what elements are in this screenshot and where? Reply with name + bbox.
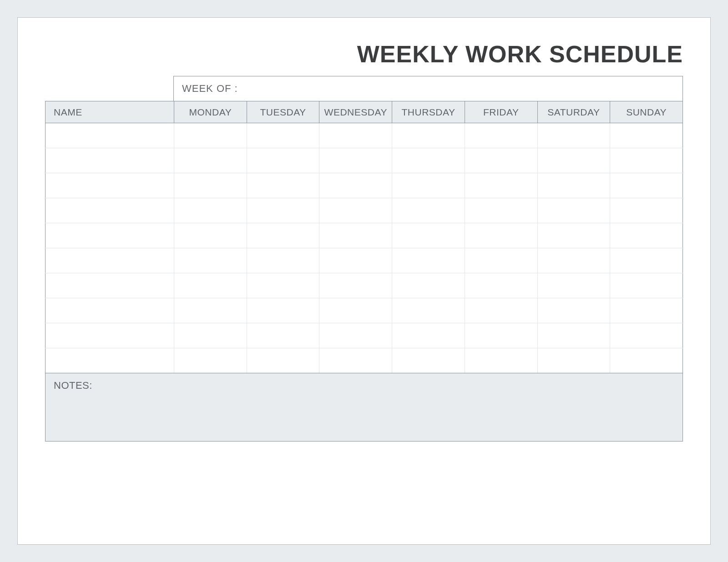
- schedule-cell[interactable]: [537, 173, 610, 198]
- schedule-cell[interactable]: [465, 123, 537, 148]
- schedule-cell[interactable]: [392, 198, 465, 223]
- schedule-cell[interactable]: [537, 273, 610, 298]
- schedule-cell[interactable]: [610, 323, 683, 348]
- schedule-cell[interactable]: [610, 148, 683, 173]
- schedule-cell[interactable]: [465, 223, 537, 248]
- notes-field[interactable]: NOTES:: [45, 373, 683, 442]
- schedule-cell[interactable]: [392, 273, 465, 298]
- schedule-cell[interactable]: [46, 248, 174, 273]
- schedule-table: NAME MONDAY TUESDAY WEDNESDAY THURSDAY F…: [45, 101, 683, 373]
- schedule-cell[interactable]: [537, 248, 610, 273]
- col-header-thursday: THURSDAY: [392, 101, 465, 123]
- schedule-cell[interactable]: [465, 173, 537, 198]
- schedule-cell[interactable]: [392, 323, 465, 348]
- schedule-cell[interactable]: [392, 298, 465, 323]
- schedule-cell[interactable]: [465, 248, 537, 273]
- schedule-cell[interactable]: [174, 348, 247, 373]
- schedule-cell[interactable]: [537, 298, 610, 323]
- schedule-cell[interactable]: [392, 173, 465, 198]
- schedule-cell[interactable]: [174, 173, 247, 198]
- schedule-cell[interactable]: [319, 248, 392, 273]
- schedule-cell[interactable]: [319, 148, 392, 173]
- schedule-cell[interactable]: [319, 198, 392, 223]
- schedule-cell[interactable]: [319, 223, 392, 248]
- col-header-wednesday: WEDNESDAY: [319, 101, 392, 123]
- schedule-cell[interactable]: [465, 198, 537, 223]
- schedule-cell[interactable]: [392, 248, 465, 273]
- schedule-cell[interactable]: [392, 348, 465, 373]
- schedule-cell[interactable]: [610, 248, 683, 273]
- schedule-cell[interactable]: [247, 273, 319, 298]
- schedule-cell[interactable]: [247, 123, 319, 148]
- schedule-cell[interactable]: [174, 198, 247, 223]
- header-row: NAME MONDAY TUESDAY WEDNESDAY THURSDAY F…: [46, 101, 683, 123]
- schedule-cell[interactable]: [46, 198, 174, 223]
- col-header-monday: MONDAY: [174, 101, 247, 123]
- schedule-cell[interactable]: [537, 323, 610, 348]
- table-row: [46, 148, 683, 173]
- col-header-friday: FRIDAY: [465, 101, 537, 123]
- schedule-cell[interactable]: [319, 348, 392, 373]
- week-of-label: WEEK OF :: [182, 83, 238, 94]
- schedule-cell[interactable]: [174, 298, 247, 323]
- table-row: [46, 173, 683, 198]
- schedule-cell[interactable]: [247, 148, 319, 173]
- schedule-cell[interactable]: [319, 173, 392, 198]
- schedule-cell[interactable]: [174, 323, 247, 348]
- schedule-cell[interactable]: [610, 273, 683, 298]
- schedule-cell[interactable]: [247, 298, 319, 323]
- schedule-cell[interactable]: [46, 323, 174, 348]
- table-row: [46, 123, 683, 148]
- schedule-cell[interactable]: [392, 148, 465, 173]
- col-header-tuesday: TUESDAY: [247, 101, 319, 123]
- schedule-cell[interactable]: [46, 148, 174, 173]
- schedule-cell[interactable]: [392, 123, 465, 148]
- week-of-field[interactable]: WEEK OF :: [173, 76, 683, 101]
- schedule-cell[interactable]: [247, 348, 319, 373]
- schedule-cell[interactable]: [46, 273, 174, 298]
- schedule-cell[interactable]: [610, 123, 683, 148]
- schedule-cell[interactable]: [465, 273, 537, 298]
- schedule-cell[interactable]: [537, 198, 610, 223]
- schedule-cell[interactable]: [392, 223, 465, 248]
- schedule-cell[interactable]: [465, 323, 537, 348]
- schedule-cell[interactable]: [46, 298, 174, 323]
- table-row: [46, 198, 683, 223]
- schedule-cell[interactable]: [247, 248, 319, 273]
- schedule-cell[interactable]: [174, 123, 247, 148]
- table-row: [46, 223, 683, 248]
- schedule-cell[interactable]: [537, 223, 610, 248]
- schedule-page: WEEKLY WORK SCHEDULE WEEK OF : NAME MOND…: [17, 17, 711, 545]
- schedule-cell[interactable]: [610, 348, 683, 373]
- table-row: [46, 273, 683, 298]
- schedule-cell[interactable]: [537, 348, 610, 373]
- schedule-cell[interactable]: [247, 223, 319, 248]
- schedule-cell[interactable]: [247, 323, 319, 348]
- schedule-cell[interactable]: [610, 223, 683, 248]
- schedule-cell[interactable]: [174, 248, 247, 273]
- schedule-cell[interactable]: [319, 323, 392, 348]
- col-header-name: NAME: [46, 101, 174, 123]
- schedule-cell[interactable]: [319, 273, 392, 298]
- schedule-cell[interactable]: [46, 223, 174, 248]
- schedule-cell[interactable]: [537, 123, 610, 148]
- schedule-cell[interactable]: [465, 298, 537, 323]
- schedule-cell[interactable]: [174, 273, 247, 298]
- table-row: [46, 323, 683, 348]
- schedule-cell[interactable]: [465, 148, 537, 173]
- schedule-cell[interactable]: [610, 173, 683, 198]
- schedule-cell[interactable]: [610, 198, 683, 223]
- schedule-cell[interactable]: [465, 348, 537, 373]
- schedule-cell[interactable]: [46, 123, 174, 148]
- schedule-cell[interactable]: [610, 298, 683, 323]
- notes-label: NOTES:: [54, 380, 92, 391]
- schedule-cell[interactable]: [46, 173, 174, 198]
- schedule-cell[interactable]: [174, 148, 247, 173]
- schedule-cell[interactable]: [247, 173, 319, 198]
- schedule-cell[interactable]: [537, 148, 610, 173]
- schedule-cell[interactable]: [174, 223, 247, 248]
- schedule-cell[interactable]: [46, 348, 174, 373]
- schedule-cell[interactable]: [319, 123, 392, 148]
- schedule-cell[interactable]: [319, 298, 392, 323]
- schedule-cell[interactable]: [247, 198, 319, 223]
